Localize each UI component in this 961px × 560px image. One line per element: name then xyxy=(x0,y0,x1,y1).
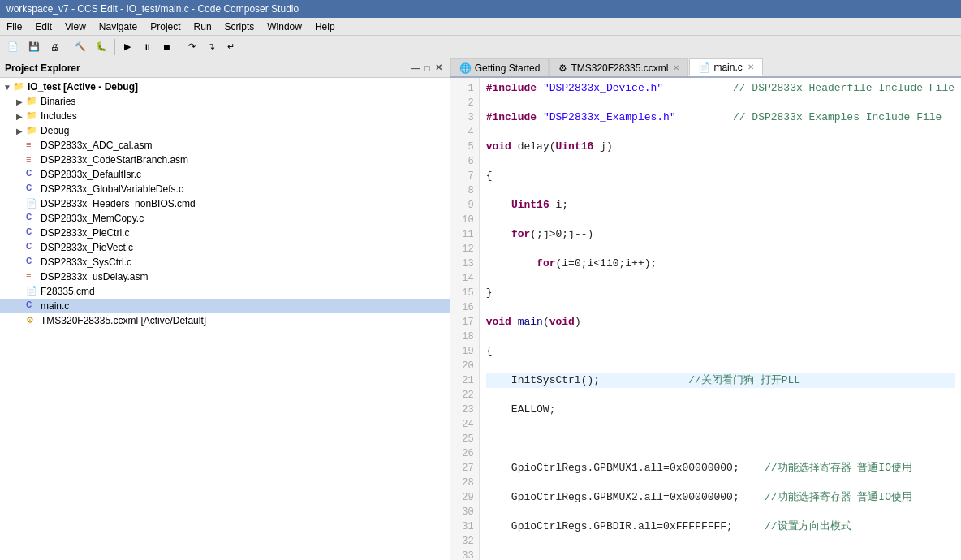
menu-item-help[interactable]: Help xyxy=(308,19,342,34)
tree-item-debug[interactable]: ▶📁Debug xyxy=(0,123,450,138)
tree-label-headers: DSP2833x_Headers_nonBIOS.cmd xyxy=(41,198,196,209)
menu-item-file[interactable]: File xyxy=(0,19,28,34)
code-line-9: void main(void) xyxy=(486,315,955,330)
code-line-15: GpioCtrlRegs.GPBMUX2.all=0x00000000; //功… xyxy=(486,490,955,505)
code-editor[interactable]: 1234567891011121314151617181920212223242… xyxy=(450,78,961,560)
suspend-button[interactable]: ⏸ xyxy=(138,38,156,56)
tree-item-defaultisr[interactable]: CDSP2833x_DefaultIsr.c xyxy=(0,167,450,182)
line-num-26: 26 xyxy=(454,446,474,461)
pe-maximize-btn[interactable]: □ xyxy=(422,63,433,73)
tree-item-ccxml[interactable]: ⚙TMS320F28335.ccxml [Active/Default] xyxy=(0,313,450,328)
tree-item-globalvar[interactable]: CDSP2833x_GlobalVariableDefs.c xyxy=(0,182,450,196)
code-line-17 xyxy=(486,549,955,560)
project-explorer: Project Explorer — □ ✕ ▼📁IO_test [Active… xyxy=(0,58,450,560)
tree-icon-sysctrl: C xyxy=(26,256,39,268)
tree-item-headers[interactable]: 📄DSP2833x_Headers_nonBIOS.cmd xyxy=(0,196,450,211)
tree-icon-codestart: ≡ xyxy=(26,154,39,166)
line-num-31: 31 xyxy=(454,519,474,534)
pe-header: Project Explorer — □ ✕ xyxy=(0,58,450,78)
code-line-11: InitSysCtrl(); //关闭看门狗 打开PLL xyxy=(486,373,955,388)
tree-item-mainc[interactable]: Cmain.c xyxy=(0,299,450,313)
save-button[interactable]: 💾 xyxy=(24,38,44,56)
code-line-14: GpioCtrlRegs.GPBMUX1.all=0x00000000; //功… xyxy=(486,461,955,476)
line-num-2: 2 xyxy=(454,96,474,110)
tree-icon-piectrl: C xyxy=(26,227,39,239)
code-line-5: Uint16 i; xyxy=(486,198,955,213)
code-line-4: { xyxy=(486,169,955,183)
menu-item-edit[interactable]: Edit xyxy=(28,19,58,34)
run-button[interactable]: ▶ xyxy=(119,38,136,56)
tree-item-adc[interactable]: ≡DSP2833x_ADC_cal.asm xyxy=(0,138,450,153)
tree-icon-debug: 📁 xyxy=(26,125,39,136)
tree-item-f28335cmd[interactable]: 📄F28335.cmd xyxy=(0,284,450,299)
tree-label-adc: DSP2833x_ADC_cal.asm xyxy=(41,140,152,151)
line-num-30: 30 xyxy=(454,505,474,519)
tree-arrow-debug: ▶ xyxy=(16,127,26,136)
tree-item-includes[interactable]: ▶📁Includes xyxy=(0,109,450,123)
step-over-button[interactable]: ↷ xyxy=(183,38,200,56)
line-num-3: 3 xyxy=(454,110,474,125)
code-line-8: } xyxy=(486,286,955,300)
tree-icon-defaultisr: C xyxy=(26,169,39,180)
tab-ccxml-tab[interactable]: ⚙TMS320F28335.ccxml✕ xyxy=(549,58,688,76)
print-button[interactable]: 🖨 xyxy=(45,38,63,56)
stop-button[interactable]: ⏹ xyxy=(157,38,175,56)
tree-icon-f28335cmd: 📄 xyxy=(26,286,39,297)
tree-item-piectrl[interactable]: CDSP2833x_PieCtrl.c xyxy=(0,226,450,240)
tree-icon-io_test: 📁 xyxy=(13,81,26,93)
line-num-13: 13 xyxy=(454,256,474,271)
build-button[interactable]: 🔨 xyxy=(71,38,90,56)
editor-area: 🌐Getting Started⚙TMS320F28335.ccxml✕📄mai… xyxy=(450,58,961,560)
line-num-5: 5 xyxy=(454,140,474,154)
sep2 xyxy=(114,39,115,55)
step-return-button[interactable]: ↵ xyxy=(222,38,239,56)
tree-label-globalvar: DSP2833x_GlobalVariableDefs.c xyxy=(41,183,183,195)
tree-item-io_test[interactable]: ▼📁IO_test [Active - Debug] xyxy=(0,80,450,94)
code-content[interactable]: #include "DSP2833x_Device.h" // DSP2833x… xyxy=(480,78,961,560)
pe-minimize-btn[interactable]: — xyxy=(408,63,422,73)
tree-item-memcopy[interactable]: CDSP2833x_MemCopy.c xyxy=(0,211,450,226)
tree-item-usdelay[interactable]: ≡DSP2833x_usDelay.asm xyxy=(0,269,450,284)
tree-item-codestart[interactable]: ≡DSP2833x_CodeStartBranch.asm xyxy=(0,153,450,167)
tree-label-memcopy: DSP2833x_MemCopy.c xyxy=(41,213,144,224)
tree-item-binaries[interactable]: ▶📁Binaries xyxy=(0,94,450,109)
code-line-7: for(i=0;i<110;i++); xyxy=(486,256,955,271)
line-num-27: 27 xyxy=(454,461,474,476)
menu-item-project[interactable]: Project xyxy=(144,19,187,34)
menu-item-run[interactable]: Run xyxy=(187,19,218,34)
line-num-32: 32 xyxy=(454,534,474,549)
tab-getting-started[interactable]: 🌐Getting Started xyxy=(450,58,549,76)
tree-icon-binaries: 📁 xyxy=(26,96,39,107)
code-line-10: { xyxy=(486,344,955,359)
tree-label-sysctrl: DSP2833x_SysCtrl.c xyxy=(41,256,131,268)
menu-item-window[interactable]: Window xyxy=(261,19,308,34)
debug-button[interactable]: 🐛 xyxy=(92,38,111,56)
line-num-15: 15 xyxy=(454,286,474,300)
tree-label-ccxml: TMS320F28335.ccxml [Active/Default] xyxy=(41,315,206,326)
code-line-6: for(;j>0;j--) xyxy=(486,227,955,242)
line-num-11: 11 xyxy=(454,227,474,242)
tree-label-mainc: main.c xyxy=(41,300,69,312)
tree-icon-includes: 📁 xyxy=(26,110,39,122)
tree-item-pievect[interactable]: CDSP2833x_PieVect.c xyxy=(0,240,450,255)
tree-label-binaries: Binaries xyxy=(41,96,75,107)
tab-close-mainc-tab[interactable]: ✕ xyxy=(748,62,754,71)
line-num-25: 25 xyxy=(454,432,474,446)
step-into-button[interactable]: ↴ xyxy=(202,38,220,56)
new-button[interactable]: 📄 xyxy=(3,38,23,56)
menu-item-navigate[interactable]: Navigate xyxy=(93,19,144,34)
tabs-bar: 🌐Getting Started⚙TMS320F28335.ccxml✕📄mai… xyxy=(450,58,961,78)
code-line-2: #include "DSP2833x_Examples.h" // DSP283… xyxy=(486,110,955,125)
title-bar: workspace_v7 - CCS Edit - IO_test/main.c… xyxy=(0,0,961,18)
menu-item-scripts[interactable]: Scripts xyxy=(218,19,261,34)
tab-mainc-tab[interactable]: 📄main.c✕ xyxy=(689,58,762,76)
pe-close-btn[interactable]: ✕ xyxy=(433,62,445,73)
line-num-20: 20 xyxy=(454,359,474,373)
line-num-10: 10 xyxy=(454,213,474,227)
tree-item-sysctrl[interactable]: CDSP2833x_SysCtrl.c xyxy=(0,255,450,269)
tab-close-ccxml-tab[interactable]: ✕ xyxy=(673,63,679,72)
sep1 xyxy=(67,39,67,55)
menu-item-view[interactable]: View xyxy=(58,19,93,34)
tree-label-piectrl: DSP2833x_PieCtrl.c xyxy=(41,227,129,239)
code-line-3: void delay(Uint16 j) xyxy=(486,140,955,154)
